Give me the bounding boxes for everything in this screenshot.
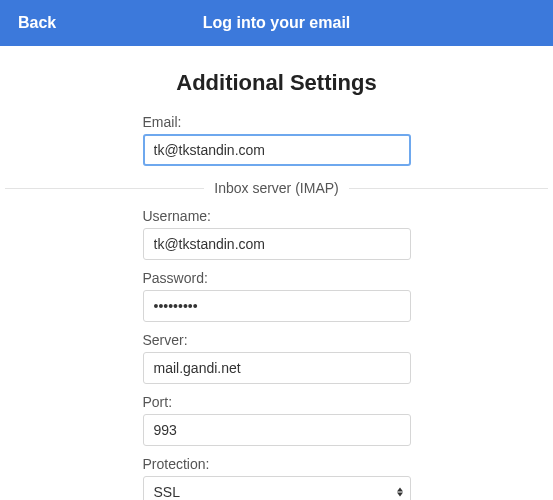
protection-select[interactable]: SSL xyxy=(143,476,411,500)
protection-label: Protection: xyxy=(143,456,411,472)
content-area: Additional Settings Email: Inbox server … xyxy=(0,70,553,500)
server-field[interactable] xyxy=(143,352,411,384)
port-label: Port: xyxy=(143,394,411,410)
port-group: Port: xyxy=(143,394,411,446)
page-title: Additional Settings xyxy=(0,70,553,96)
server-label: Server: xyxy=(143,332,411,348)
app-header: Back Log into your email xyxy=(0,0,553,46)
email-field[interactable] xyxy=(143,134,411,166)
password-group: Password: xyxy=(143,270,411,322)
username-label: Username: xyxy=(143,208,411,224)
back-button[interactable]: Back xyxy=(18,14,56,32)
inbox-section-divider: Inbox server (IMAP) xyxy=(5,178,548,198)
username-group: Username: xyxy=(143,208,411,260)
username-field[interactable] xyxy=(143,228,411,260)
server-group: Server: xyxy=(143,332,411,384)
password-label: Password: xyxy=(143,270,411,286)
inbox-section-title: Inbox server (IMAP) xyxy=(204,180,348,196)
port-field[interactable] xyxy=(143,414,411,446)
email-group: Email: xyxy=(143,114,411,166)
email-label: Email: xyxy=(143,114,411,130)
header-title: Log into your email xyxy=(203,14,351,32)
protection-group: Protection: SSL xyxy=(143,456,411,500)
password-field[interactable] xyxy=(143,290,411,322)
